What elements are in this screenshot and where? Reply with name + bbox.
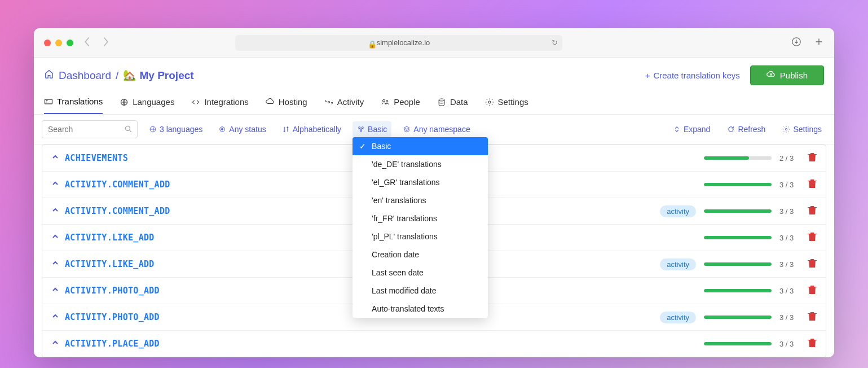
create-keys-button[interactable]: + Create translation keys: [645, 71, 740, 80]
dropdown-item[interactable]: Auto-translated texts: [353, 300, 488, 318]
tab-languages[interactable]: Languages: [120, 91, 174, 114]
dropdown-item[interactable]: 'pl_PL' translations: [353, 227, 488, 246]
delete-button[interactable]: [808, 284, 817, 297]
new-tab-icon[interactable]: [814, 37, 824, 49]
key-name: ACTIVITY.COMMENT_ADD: [65, 179, 170, 190]
dropdown-item[interactable]: 'fr_FR' translations: [353, 209, 488, 227]
dropdown-item[interactable]: 'en' translations: [353, 191, 488, 209]
delete-button[interactable]: [808, 231, 817, 244]
breadcrumb: Dashboard / 🏡 My Project: [44, 69, 194, 82]
progress-count: 2 / 3: [779, 154, 800, 163]
tab-settings[interactable]: Settings: [485, 91, 528, 114]
tab-label: Languages: [133, 97, 174, 107]
forward-button[interactable]: [102, 36, 109, 50]
filter-languages[interactable]: 3 languages: [144, 121, 207, 137]
key-name: ACTIVITY.PLACE_ADD: [65, 339, 160, 349]
home-icon[interactable]: [44, 69, 54, 82]
breadcrumb-dashboard[interactable]: Dashboard: [59, 69, 111, 82]
tab-translations[interactable]: Translations: [44, 91, 103, 114]
tab-people[interactable]: People: [381, 91, 420, 114]
chevron-up-icon: [51, 286, 59, 296]
key-name: ACTIVITY.PHOTO_ADD: [65, 286, 160, 296]
svg-point-11: [222, 129, 223, 130]
progress-count: 3 / 3: [779, 260, 800, 269]
tab-label: Activity: [337, 97, 364, 107]
close-window[interactable]: [44, 40, 51, 46]
tab-data[interactable]: Data: [437, 91, 468, 114]
tab-label: Integrations: [204, 97, 248, 107]
tab-label: People: [394, 97, 420, 107]
filter-label: Refresh: [738, 125, 765, 134]
key-name: ACTIVITY.LIKE_ADD: [65, 259, 155, 269]
dropdown-item[interactable]: 'el_GR' translations: [353, 173, 488, 191]
progress-count: 3 / 3: [779, 234, 800, 242]
lock-icon: 🔒: [368, 40, 373, 46]
filter-view[interactable]: Basic: [353, 121, 391, 137]
progress-bar: [704, 262, 772, 266]
progress-bar: [704, 342, 772, 345]
progress-bar: [704, 316, 772, 319]
svg-point-8: [125, 126, 130, 130]
key-name: ACTIVITY.LIKE_ADD: [65, 233, 155, 243]
svg-rect-1: [45, 99, 52, 104]
back-button[interactable]: [83, 36, 91, 50]
chevron-up-icon: [51, 259, 59, 269]
dropdown-item[interactable]: Creation date: [353, 246, 488, 264]
chevron-up-icon: [51, 339, 59, 349]
delete-button[interactable]: [808, 338, 817, 350]
maximize-window[interactable]: [67, 40, 73, 46]
key-name: ACTIVITY.PHOTO_ADD: [65, 312, 160, 322]
url-bar[interactable]: 🔒 simplelocalize.io ↻: [235, 35, 562, 51]
filter-label: 3 languages: [160, 125, 202, 134]
filter-label: Expand: [684, 125, 710, 134]
tab-label: Settings: [498, 97, 528, 107]
breadcrumb-project[interactable]: 🏡 My Project: [123, 69, 193, 82]
create-keys-label: Create translation keys: [653, 71, 739, 80]
progress-count: 3 / 3: [779, 181, 800, 189]
plus-icon: +: [645, 71, 650, 80]
publish-button[interactable]: Publish: [750, 65, 824, 85]
breadcrumb-separator: /: [116, 69, 118, 82]
namespace-badge: activity: [660, 205, 696, 217]
expand-button[interactable]: Expand: [668, 121, 715, 137]
progress-bar: [704, 183, 772, 186]
chevron-up-icon: [51, 153, 59, 163]
progress-bar: [704, 289, 772, 292]
reload-icon[interactable]: ↻: [552, 38, 558, 47]
dropdown-item[interactable]: Last modified date: [353, 282, 488, 300]
chevron-up-icon: [51, 179, 59, 190]
delete-button[interactable]: [808, 311, 817, 323]
refresh-button[interactable]: Refresh: [722, 121, 770, 137]
titlebar: 🔒 simplelocalize.io ↻: [34, 28, 834, 58]
downloads-icon[interactable]: [791, 37, 801, 49]
delete-button[interactable]: [808, 152, 817, 164]
key-row[interactable]: ACTIVITY.PLACE_ADD3 / 3: [42, 331, 826, 357]
filter-label: Basic: [368, 125, 387, 134]
filter-sort[interactable]: Alphabetically: [277, 121, 346, 137]
settings-button[interactable]: Settings: [778, 121, 826, 137]
dropdown-item[interactable]: 'de_DE' translations: [353, 155, 488, 173]
tab-integrations[interactable]: Integrations: [191, 91, 248, 114]
progress-count: 3 / 3: [779, 340, 800, 348]
filter-status[interactable]: Any status: [214, 121, 270, 137]
tab-label: Translations: [57, 97, 103, 106]
filter-namespace[interactable]: Any namespace: [398, 121, 474, 137]
dropdown-item[interactable]: Last seen date: [353, 264, 488, 282]
delete-button[interactable]: [808, 258, 817, 270]
minimize-window[interactable]: [55, 40, 62, 46]
progress-bar: [704, 209, 772, 213]
chevron-up-icon: [51, 206, 59, 216]
progress-count: 3 / 3: [779, 287, 800, 295]
delete-button[interactable]: [808, 178, 817, 191]
delete-button[interactable]: [808, 205, 817, 217]
key-name: ACHIEVEMENTS: [65, 153, 128, 163]
svg-point-13: [362, 127, 363, 129]
tab-hosting[interactable]: Hosting: [266, 91, 307, 114]
traffic-lights: [44, 40, 73, 46]
svg-point-12: [359, 127, 360, 129]
tab-activity[interactable]: Activity: [324, 91, 364, 114]
nav-arrows: [83, 36, 109, 50]
dropdown-item[interactable]: Basic: [353, 137, 488, 155]
namespace-badge: activity: [660, 312, 696, 323]
search-input[interactable]: [42, 120, 138, 138]
